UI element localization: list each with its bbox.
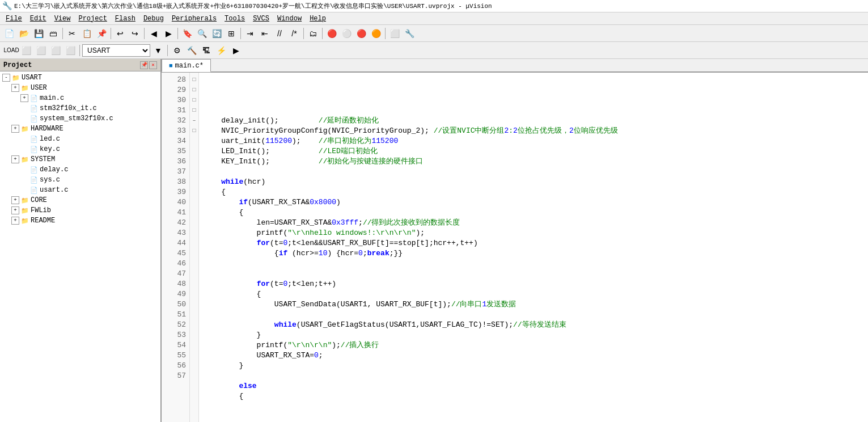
tree-item-delay-c[interactable]: 📄delay.c xyxy=(0,164,160,175)
file-icon: 📄 xyxy=(29,114,39,123)
tree-expand-user-folder[interactable]: + xyxy=(11,84,19,92)
stop-btn[interactable]: 🔴 xyxy=(354,27,368,40)
tab-main-c[interactable]: ■ main.c* xyxy=(162,59,211,72)
tb2-build-btn[interactable]: 🏗 xyxy=(200,44,213,57)
code-line-43 xyxy=(204,259,863,269)
menu-item-project[interactable]: Project xyxy=(75,14,110,23)
paste-btn[interactable]: 📌 xyxy=(95,27,108,40)
tree-expand-main-c[interactable]: + xyxy=(20,94,28,102)
target-dropdown[interactable]: USARTUSART xyxy=(82,44,150,57)
menu-item-edit[interactable]: Edit xyxy=(27,14,50,23)
line-num-49: 49 xyxy=(165,289,186,299)
folder-icon: 📁 xyxy=(20,124,29,133)
nav-fwd-btn[interactable]: ▶ xyxy=(162,27,175,40)
tree-item-system-stm32[interactable]: 📄system_stm32f10x.c xyxy=(0,113,160,124)
tree-expand-hardware-folder[interactable]: + xyxy=(11,125,19,133)
tree-item-led-c[interactable]: 📄led.c xyxy=(0,134,160,144)
line-num-32: 32 xyxy=(165,116,186,126)
menu-item-debug[interactable]: Debug xyxy=(140,14,167,23)
undo-btn[interactable]: ↩ xyxy=(113,27,127,40)
tree-item-core-folder[interactable]: +📁CORE xyxy=(0,195,160,205)
target-expand-btn[interactable]: ▼ xyxy=(151,44,165,57)
tree-item-user-folder[interactable]: +📁USER xyxy=(0,83,160,93)
tb2-debug-btn[interactable]: ▶ xyxy=(229,44,243,57)
tree-label-system-stm32: system_stm32f10x.c xyxy=(40,115,113,123)
code-line-55: else xyxy=(204,381,863,391)
menu-item-svcs[interactable]: SVCS xyxy=(249,14,273,23)
cut-btn[interactable]: ✂ xyxy=(65,27,79,40)
nav-back-btn[interactable]: ◀ xyxy=(147,27,160,40)
tree-item-stm32f10x-it[interactable]: 📄stm32f10x_it.c xyxy=(0,103,160,113)
open-btn[interactable]: 📂 xyxy=(17,27,31,40)
tree-item-main-c[interactable]: +📄main.c xyxy=(0,93,160,103)
tree-expand-fwlib-folder[interactable]: + xyxy=(11,206,19,214)
tree-item-usart-c[interactable]: 📄usart.c xyxy=(0,185,160,195)
indent-btn[interactable]: ⇥ xyxy=(243,27,257,40)
tree-expand-system-folder[interactable]: + xyxy=(11,155,19,163)
menu-item-file[interactable]: File xyxy=(2,14,26,23)
build2-btn[interactable]: ⚪ xyxy=(340,27,353,40)
line-num-35: 35 xyxy=(165,146,186,157)
toolbar2: LOAD ⬜ ⬜ ⬜ ⬜ USARTUSART ▼ ⚙ 🔨 🏗 ⚡ ▶ xyxy=(0,42,868,59)
build-btn[interactable]: 🔴 xyxy=(325,27,338,40)
tree-item-key-c[interactable]: 📄key.c xyxy=(0,144,160,154)
line-num-46: 46 xyxy=(165,259,186,269)
unindent-btn[interactable]: ⇤ xyxy=(258,27,272,40)
tb2-btn3[interactable]: ⬜ xyxy=(49,44,62,57)
folder-icon: 📁 xyxy=(20,83,29,92)
sep8 xyxy=(385,28,386,39)
line-num-38: 38 xyxy=(165,177,186,187)
window-btn[interactable]: ⬜ xyxy=(388,27,401,40)
save-btn[interactable]: 💾 xyxy=(32,27,45,40)
tree-item-readme-folder[interactable]: +📁README xyxy=(0,216,160,226)
line-marker-54: – xyxy=(191,116,197,126)
save-all-btn[interactable]: 🗃 xyxy=(46,27,60,40)
new-btn[interactable]: 📄 xyxy=(2,27,16,40)
tree-expand-readme-folder[interactable]: + xyxy=(11,217,19,225)
find-btn[interactable]: 🔍 xyxy=(195,27,209,40)
tb2-btn2[interactable]: ⬜ xyxy=(34,44,48,57)
tb2-flash2-btn[interactable]: ⚡ xyxy=(214,44,228,57)
redo-btn[interactable]: ↪ xyxy=(128,27,142,40)
tb2-btn1[interactable]: ⬜ xyxy=(19,44,33,57)
manage-btn[interactable]: 🗂 xyxy=(306,27,320,40)
tree-item-system-folder[interactable]: +📁SYSTEM xyxy=(0,154,160,164)
sep-t2b xyxy=(167,45,168,56)
tb2-btn4[interactable]: ⬜ xyxy=(63,44,77,57)
sep1 xyxy=(62,28,63,39)
replace-btn[interactable]: 🔄 xyxy=(210,27,223,40)
tb2-compile-btn[interactable]: 🔨 xyxy=(185,44,198,57)
code-line-54 xyxy=(204,371,863,381)
tree-label-delay-c: delay.c xyxy=(40,166,68,174)
tree-expand-usart-root[interactable]: - xyxy=(2,74,10,82)
tree-expand-core-folder[interactable]: + xyxy=(11,196,19,204)
flash-btn[interactable]: 🟠 xyxy=(369,27,383,40)
code-content[interactable]: delay_init(); //延时函数初始化 NVIC_PriorityGro… xyxy=(199,73,868,422)
line-marker-50: □ xyxy=(191,106,197,116)
tree-item-hardware-folder[interactable]: +📁HARDWARE xyxy=(0,124,160,134)
code-editor[interactable]: 2829303132333435363738394041424344454647… xyxy=(162,73,868,422)
manage-components-btn[interactable]: ⚙ xyxy=(170,44,184,57)
load-btn[interactable]: LOAD xyxy=(5,44,18,57)
bookmark-btn[interactable]: 🔖 xyxy=(180,27,194,40)
menu-item-peripherals[interactable]: Peripherals xyxy=(168,14,220,23)
panel-pin-btn[interactable]: 📌 xyxy=(140,61,148,69)
tree-item-usart-root[interactable]: -📁USART xyxy=(0,73,160,83)
tree-item-sys-c[interactable]: 📄sys.c xyxy=(0,175,160,185)
copy-btn[interactable]: 📋 xyxy=(80,27,94,40)
line-num-44: 44 xyxy=(165,238,186,248)
panel-close-btn[interactable]: ✕ xyxy=(149,61,157,69)
uncomment-btn[interactable]: /* xyxy=(287,27,301,40)
find-all-btn[interactable]: ⊞ xyxy=(225,27,238,40)
tree-item-fwlib-folder[interactable]: +📁FWLib xyxy=(0,205,160,216)
menu-item-window[interactable]: Window xyxy=(274,14,305,23)
line-num-36: 36 xyxy=(165,157,186,167)
menu-item-view[interactable]: View xyxy=(51,14,74,23)
settings-btn[interactable]: 🔧 xyxy=(403,27,416,40)
file-icon: 📄 xyxy=(29,185,39,195)
sep2 xyxy=(111,28,111,39)
menu-item-help[interactable]: Help xyxy=(306,14,329,23)
comment-btn[interactable]: // xyxy=(273,27,286,40)
menu-item-tools[interactable]: Tools xyxy=(221,14,248,23)
menu-item-flash[interactable]: Flash xyxy=(112,14,139,23)
